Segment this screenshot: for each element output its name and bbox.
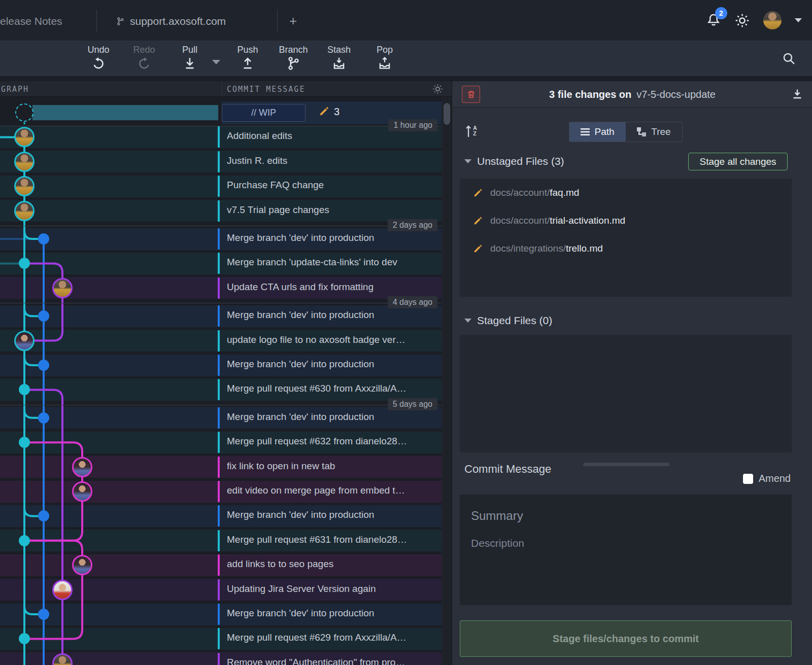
wip-label[interactable]: // WIP [222,104,306,122]
pop-icon [377,56,392,71]
tab-release-notes[interactable]: elease Notes [0,15,62,27]
new-tab-button[interactable]: + [289,13,297,29]
branch-color-bar [218,407,220,429]
user-avatar[interactable] [763,11,782,29]
push-button[interactable]: Push [226,43,269,74]
stash-button[interactable]: Stash [318,43,360,74]
commit-avatar-node[interactable] [72,555,92,575]
tab-bar: elease Notes support.axosoft.com + 2 [0,0,812,41]
date-divider-line [0,303,442,303]
branch-color-bar [218,604,220,625]
commit-avatar-node[interactable] [14,176,35,196]
stage-to-commit-button[interactable]: Stage files/changes to commit [460,620,792,657]
commit-message[interactable]: Merge branch 'dev' into production [227,232,434,246]
commit-message-label: Commit Message [464,463,551,476]
commit-dot-node[interactable] [38,609,49,620]
commit-dot-node[interactable] [38,360,49,371]
unstaged-file-row[interactable]: docs/account/faq.md [460,183,792,203]
commit-message[interactable]: Merge branch 'update-cta-links' into dev [227,257,434,270]
branch-color-bar [218,305,220,327]
repo-branch-icon [116,16,125,27]
date-badge: 5 days ago [388,398,437,410]
commit-message[interactable]: update logo file to no axosoft badge ver… [227,334,434,347]
commit-dot-node[interactable] [19,535,30,546]
unstaged-file-row[interactable]: docs/integrations/trello.md [460,238,792,259]
push-icon [240,56,255,71]
redo-icon [137,56,152,71]
branch-color-bar [218,277,220,299]
commit-avatar-node[interactable] [52,278,73,298]
pull-icon [182,56,197,71]
sort-files-icon[interactable]: AZ [464,124,477,138]
pull-options-caret-icon[interactable] [212,60,220,64]
commit-message[interactable]: fix link to open in new tab [227,461,434,474]
file-path: docs/account/faq.md [490,187,579,198]
commit-message[interactable]: Merge pull request #629 from Axxzilla/A… [227,632,434,645]
modified-pencil-icon [319,106,330,117]
tab-repo[interactable]: support.axosoft.com [116,15,226,27]
unstaged-file-list: docs/account/faq.mddocs/account/trial-ac… [460,179,792,297]
view-toggle-path[interactable]: Path [569,122,626,142]
settings-gear-icon[interactable] [734,13,750,28]
panel-resize-handle[interactable] [583,463,669,466]
modified-pencil-icon [473,188,483,198]
commit-message[interactable]: Additional edits [227,130,434,144]
undo-button[interactable]: Undo [77,43,120,74]
commit-message[interactable]: Updating Jira Server Version again [227,583,434,597]
commit-dot-node[interactable] [38,233,49,244]
commit-avatar-node[interactable] [14,331,35,351]
branch-button[interactable]: Branch [272,43,315,74]
commit-avatar-node[interactable] [14,152,35,172]
notifications-bell-icon[interactable]: 2 [706,12,721,28]
file-changes-title: 3 file changes on v7-5-docs-update [452,81,812,108]
column-header: GRAPH COMMIT MESSAGE [0,81,452,97]
commit-dot-node[interactable] [38,412,49,424]
current-branch-name: v7-5-docs-update [636,89,716,100]
unstaged-file-row[interactable]: docs/account/trial-activation.md [460,211,792,231]
pop-button[interactable]: Pop [363,43,406,74]
commit-message[interactable]: Merge branch 'dev' into production [227,509,434,522]
commit-message[interactable]: Justin R. edits [227,155,434,168]
commit-avatar-node[interactable] [72,457,92,477]
unstaged-files-header[interactable]: Unstaged Files (3) [464,155,564,167]
commit-message[interactable]: Merge branch 'dev' into production [227,608,434,621]
commit-message[interactable]: Merge branch 'dev' into production [227,359,434,372]
commit-message[interactable]: Merge pull request #631 from dianelo28… [227,534,434,547]
account-caret-icon[interactable] [795,18,802,22]
tab-divider [96,10,97,32]
topbar-actions: 2 [706,0,802,41]
commit-message[interactable]: add links to to seo pages [227,558,434,572]
commit-avatar-node[interactable] [14,201,35,221]
staged-files-header[interactable]: Staged Files (0) [464,314,552,327]
commit-message[interactable]: Merge pull request #630 from Axxzilla/A… [227,383,434,396]
commit-message[interactable]: Update CTA urls and fix formatting [227,282,434,295]
branch-color-bar [218,379,220,400]
commit-message[interactable]: edit video on merge page from embed t… [227,485,434,498]
commit-message[interactable]: Remove word "Authentication" from pro… [227,657,434,665]
amend-control: Amend [743,473,791,484]
download-patch-icon[interactable] [791,88,803,100]
file-path: docs/integrations/trello.md [490,243,603,254]
pull-button[interactable]: Pull [168,43,211,74]
wip-node[interactable] [15,103,33,122]
amend-checkbox[interactable] [743,474,753,484]
commit-message[interactable]: Merge branch 'dev' into production [227,411,434,425]
commit-avatar-node[interactable] [52,580,73,600]
date-divider-line [0,405,442,405]
commit-message[interactable]: Merge pull request #632 from dianelo28… [227,436,434,449]
wip-file-count: 3 [334,106,340,118]
branch-color-bar [218,330,220,352]
commit-panel-header: 3 file changes on v7-5-docs-update [452,81,812,108]
redo-button[interactable]: Redo [123,43,165,74]
commit-message[interactable]: v7.5 Trial page changes [227,204,434,218]
view-toggle-tree[interactable]: Tree [626,122,682,142]
commit-message[interactable]: Purchase FAQ change [227,180,434,193]
search-icon[interactable] [782,52,796,65]
branch-color-bar [218,200,220,222]
commit-message-input[interactable]: Summary Description [460,495,792,605]
stage-all-changes-button[interactable]: Stage all changes [688,153,788,170]
commit-message[interactable]: Merge branch 'dev' into production [227,309,434,323]
branch-color-bar [218,355,220,376]
commit-avatar-node[interactable] [72,481,92,502]
graph-settings-gear-icon[interactable] [432,83,444,95]
